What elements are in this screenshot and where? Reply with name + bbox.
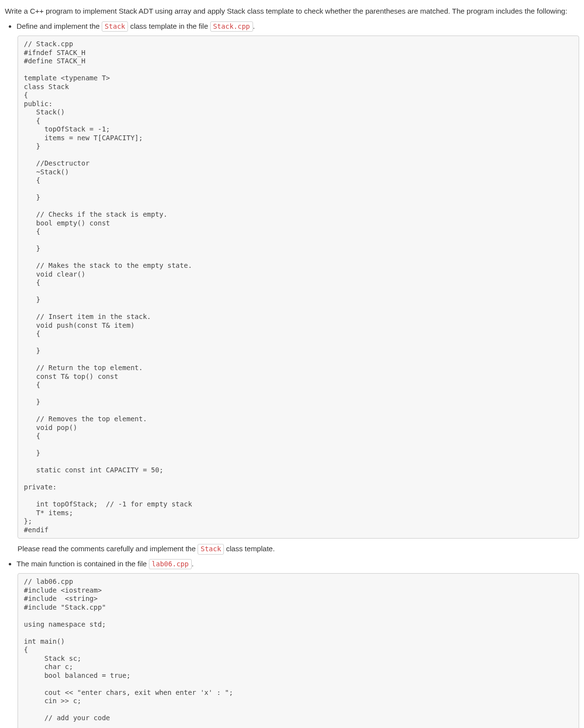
midnote-part2: class template.: [224, 544, 274, 553]
inline-code-stack: Stack: [102, 21, 128, 32]
inline-code-stack-mid: Stack: [198, 544, 224, 555]
instruction-list-2: The main function is contained in the fi…: [5, 559, 579, 570]
inline-code-stack-cpp: Stack.cpp: [210, 21, 253, 32]
bullet1-part1: Define and implement the: [17, 22, 102, 30]
bullet2-part1: The main function is contained in the fi…: [17, 560, 149, 568]
bullet2-part2: .: [192, 560, 194, 568]
intro-text: Write a C++ program to implement Stack A…: [5, 6, 579, 17]
list-item: The main function is contained in the fi…: [17, 559, 579, 570]
inline-code-lab06: lab06.cpp: [149, 559, 192, 570]
bullet1-part2: class template in the file: [128, 22, 210, 30]
instruction-list: Define and implement the Stack class tem…: [5, 21, 579, 32]
mid-note: Please read the comments carefully and i…: [18, 543, 579, 555]
bullet1-part3: .: [253, 22, 255, 30]
midnote-part1: Please read the comments carefully and i…: [18, 544, 198, 553]
code-block-stack-cpp: // Stack.cpp #ifndef STACK_H #define STA…: [18, 36, 579, 539]
code-block-lab06-cpp: // lab06.cpp #include <iostream> #includ…: [18, 573, 579, 728]
list-item: Define and implement the Stack class tem…: [17, 21, 579, 32]
